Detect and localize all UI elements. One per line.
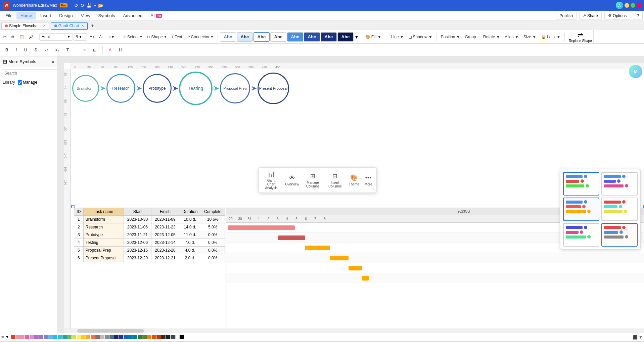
copy-btn[interactable]: ⧉ (9, 33, 16, 41)
tab-close-icon2[interactable]: ✕ (81, 24, 84, 28)
color-swatch[interactable] (62, 335, 67, 339)
maximize-btn[interactable] (631, 3, 635, 8)
manage-checkbox[interactable]: Manage (18, 80, 37, 85)
theme-preview-4[interactable] (601, 198, 638, 221)
redo-btn[interactable]: ↻ (80, 3, 84, 8)
shadow-btn[interactable]: ◻ Shadow ▼ (407, 33, 434, 41)
color-swatch[interactable] (114, 335, 119, 339)
tab-gantt-chart[interactable]: Gantt Chart ✕ (51, 22, 88, 30)
color-swatch[interactable] (161, 335, 166, 339)
position-btn[interactable]: Position ▼ (439, 33, 462, 41)
style-swatch-2[interactable]: Abc (237, 32, 253, 42)
bold-btn[interactable]: B (3, 47, 11, 53)
gantt-bar-1[interactable] (228, 225, 295, 230)
color-swatch[interactable] (152, 335, 156, 339)
color-swatch[interactable] (100, 335, 104, 339)
connector-btn[interactable]: ↗ Connector ▼ (185, 33, 216, 41)
color-swatch[interactable] (11, 335, 15, 339)
style-swatch-5[interactable]: Abc (287, 32, 303, 42)
theme-preview-2[interactable] (601, 172, 638, 196)
gantt-row-1[interactable]: 1Brainstorm2023-10-302023-11-0910.0 d.10… (74, 216, 225, 223)
color-swatch[interactable] (34, 335, 39, 339)
number-list-btn[interactable]: ⊟ (90, 47, 99, 53)
theme-preview-5[interactable] (563, 223, 599, 247)
open-btn[interactable]: 📂 (98, 3, 103, 8)
font-increase-btn[interactable]: A↑ (88, 33, 96, 41)
color-swatch[interactable] (39, 335, 43, 339)
align-arrange-btn[interactable]: Align ▼ (503, 33, 521, 41)
tab-close-icon[interactable]: ✕ (43, 24, 46, 28)
color-swatch[interactable] (180, 335, 184, 339)
color-swatch[interactable] (95, 335, 100, 339)
minimize-btn[interactable] (625, 3, 629, 8)
style-swatch-1[interactable]: Abc (220, 32, 236, 42)
font-color-btn[interactable]: A (106, 47, 114, 53)
popup-gantt-analysis[interactable]: 📊 Gantt Chart Analysis (263, 170, 280, 190)
options-btn[interactable]: ⚙ Options (604, 12, 630, 20)
color-swatch[interactable] (105, 335, 109, 339)
fc-node-brainstorm[interactable]: Brainstorm (72, 75, 99, 102)
fc-node-prototype[interactable]: Prototype (143, 74, 172, 103)
format-painter-btn[interactable]: 🖌 (27, 33, 35, 41)
fill-btn[interactable]: 🎨 Fill ▼ (363, 33, 383, 41)
color-swatch[interactable] (142, 335, 147, 339)
color-swatch[interactable] (30, 335, 34, 339)
fc-node-testing[interactable]: Testing (179, 72, 213, 105)
menu-ai[interactable]: AI hot (146, 12, 166, 19)
help-btn[interactable]: ? (633, 12, 643, 20)
text-btn[interactable]: T Text (170, 33, 184, 41)
align-btn[interactable]: ≡▼ (106, 33, 117, 41)
style-swatch-3[interactable]: Abc (254, 32, 270, 42)
color-swatch[interactable] (67, 335, 72, 339)
menu-view[interactable]: View (77, 12, 94, 19)
menu-advanced[interactable]: Advanced (119, 12, 146, 19)
menu-insert[interactable]: Insert (36, 12, 55, 19)
avatar[interactable]: A (616, 2, 623, 9)
style-swatch-6[interactable]: Abc (304, 32, 320, 42)
color-swatch[interactable] (156, 335, 161, 339)
gantt-bar-2[interactable] (278, 236, 305, 240)
size-btn[interactable]: Size ▼ (521, 33, 538, 41)
color-swatch[interactable] (86, 335, 90, 339)
font-family-dropdown[interactable]: Arial ▼ (39, 33, 73, 41)
strikethrough-btn[interactable]: S (32, 47, 40, 53)
gantt-bar-6[interactable] (362, 276, 369, 281)
group-btn[interactable]: Group - (463, 33, 480, 41)
gantt-row-4[interactable]: 4Testing2023-12-062023-12-147.0 d.0.0% (74, 239, 225, 247)
popup-more[interactable]: ••• More (365, 174, 372, 186)
style-swatch-8[interactable]: Abc (337, 32, 354, 42)
color-swatch[interactable] (138, 335, 142, 339)
color-swatch[interactable] (58, 335, 62, 339)
italic-btn[interactable]: I (13, 47, 19, 53)
rotate-btn[interactable]: Rotate ▼ (481, 33, 502, 41)
superscript-btn[interactable]: x² (42, 47, 51, 53)
gantt-bar-4[interactable] (330, 256, 349, 260)
theme-preview-3[interactable] (563, 198, 599, 221)
gantt-row-5[interactable]: 5Proposal Prep2023-12-152023-12-204.0 d.… (74, 247, 225, 254)
menu-design[interactable]: Design (55, 12, 77, 19)
color-swatch[interactable] (15, 335, 20, 339)
popup-overview[interactable]: 👁 Overview (285, 174, 299, 186)
close-btn[interactable] (637, 3, 641, 8)
menu-home[interactable]: Home (16, 12, 36, 19)
lock-btn[interactable]: 🔒 Lock ▼ (539, 33, 562, 41)
shape-btn[interactable]: ◻ Shape ▼ (145, 33, 169, 41)
color-swatch[interactable] (109, 335, 114, 339)
color-swatch[interactable] (77, 335, 81, 339)
theme-preview-6[interactable] (601, 223, 638, 247)
undo-btn[interactable]: ↺ (74, 3, 78, 8)
subscript-btn[interactable]: x₂ (53, 47, 62, 53)
color-swatch[interactable] (124, 335, 128, 339)
popup-insert-columns[interactable]: ⊟ Insert Columns (327, 172, 343, 188)
gantt-row-6[interactable]: 6Present Proposal2023-12-202023-12-212.0… (74, 254, 225, 262)
scrollbar-h[interactable] (64, 329, 644, 333)
tab-simple-flowchart[interactable]: Simple Flowcha... ✕ (1, 22, 49, 30)
color-swatch[interactable] (44, 335, 48, 339)
add-tab-btn[interactable]: + (89, 23, 96, 29)
fc-node-research[interactable]: Research (106, 74, 135, 103)
gantt-row-3[interactable]: 3Prototype2023-11-212023-12-0511.0 d.0.0… (74, 231, 225, 239)
color-swatch[interactable] (147, 335, 151, 339)
color-tool[interactable]: ✏ ▼ (1, 335, 9, 339)
color-swatch[interactable] (20, 335, 25, 339)
color-swatch[interactable] (133, 335, 137, 339)
